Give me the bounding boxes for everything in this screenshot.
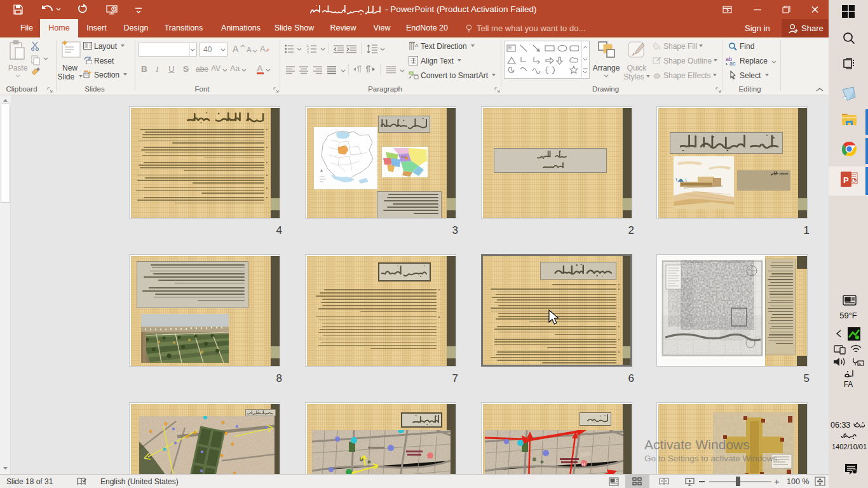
svg-text:ac: ac: [729, 60, 736, 66]
svg-text:A: A: [247, 46, 252, 53]
svg-text:A: A: [415, 43, 419, 48]
svg-text:P: P: [843, 175, 849, 185]
svg-text:A: A: [233, 44, 239, 54]
svg-text:H: H: [582, 462, 585, 466]
svg-text:3: 3: [307, 50, 309, 53]
svg-text:A: A: [260, 44, 266, 53]
svg-text:×: ×: [858, 362, 861, 366]
